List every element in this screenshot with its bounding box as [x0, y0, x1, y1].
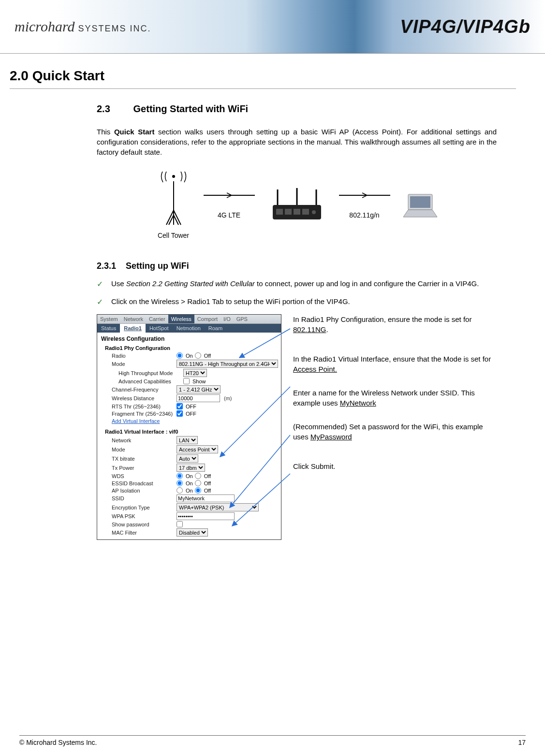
check-icon: ✓ — [97, 278, 105, 290]
brand-logo: microhard SYSTEMS INC. — [15, 18, 151, 35]
apiso-off[interactable] — [195, 487, 201, 494]
brand-suffix: SYSTEMS INC. — [74, 24, 151, 33]
radio-off[interactable] — [195, 352, 201, 359]
vif-title: Radio1 Virtual Interface : vif0 — [97, 427, 281, 436]
subnav-netmotion[interactable]: Netmotion — [173, 324, 205, 333]
row-chan: Channel-Frequency1 - 2.412 GHz — [97, 385, 281, 394]
ssid-input[interactable] — [177, 494, 235, 502]
footer-page-number: 17 — [518, 739, 526, 746]
row-mode: Mode802.11NG - High Throughput on 2.4GHz — [97, 359, 281, 368]
callout-password: (Recommended) Set a password for the WiF… — [293, 422, 497, 442]
svg-rect-6 — [294, 209, 300, 215]
nav-wireless[interactable]: Wireless — [168, 315, 194, 323]
add-virtual-interface-link[interactable]: Add Virtual Interface — [97, 417, 281, 427]
row-txb: TX bitrateAuto — [97, 454, 281, 463]
subnav-roam[interactable]: Roam — [205, 324, 226, 333]
laptop-icon — [401, 190, 440, 221]
section-heading: 2.3 Getting Started with WiFi — [97, 103, 497, 115]
router-icon — [265, 186, 328, 226]
svg-rect-14 — [410, 196, 430, 208]
svg-rect-4 — [276, 209, 283, 215]
step-1: ✓ Use Section 2.2 Getting Started with C… — [97, 278, 497, 290]
htm-select[interactable]: HT20 — [183, 369, 207, 377]
row-adv: Advanced CapabilitiesShow — [97, 378, 281, 385]
phy-config-title: Radio1 Phy Configuration — [97, 343, 281, 352]
subsection-heading: 2.3.1 Setting up WiFi — [97, 261, 497, 271]
callout-submit: Click Submit. — [293, 461, 497, 471]
network-select[interactable]: LAN — [177, 436, 198, 444]
cell-tower-label: Cell Tower — [158, 232, 189, 239]
vifmode-select[interactable]: Access Point — [177, 445, 218, 453]
callout-vif: In the Radio1 Virtual Interface, ensure … — [293, 354, 497, 374]
row-showpw: Show password — [97, 521, 281, 528]
nav-gps[interactable]: GPS — [234, 315, 250, 323]
nav-carrier[interactable]: Carrier — [146, 315, 168, 323]
callout-phy: In Radio1 Phy Configuration, ensure the … — [293, 314, 497, 334]
callout-ssid: Enter a name for the Wireless Network un… — [293, 388, 497, 408]
svg-point-1 — [173, 175, 175, 177]
svg-rect-7 — [302, 209, 309, 215]
subsection-number: 2.3.1 — [97, 261, 123, 271]
header-banner: microhard SYSTEMS INC. VIP4G/VIP4Gb — [0, 0, 545, 54]
row-rts: RTS Thr (256~2346)OFF — [97, 403, 281, 410]
row-ssid: SSID — [97, 494, 281, 503]
rts-check[interactable] — [177, 403, 183, 409]
row-network: NetworkLAN — [97, 436, 281, 445]
svg-point-11 — [312, 210, 316, 214]
mac-select[interactable]: Disabled — [177, 528, 208, 537]
page-title: 2.0 Quick Start — [10, 68, 516, 84]
title-separator — [10, 88, 516, 89]
page-footer: © Microhard Systems Inc. 17 — [0, 735, 545, 746]
svg-marker-15 — [403, 210, 437, 217]
sub-nav: Status Radio1 HotSpot Netmotion Roam — [97, 324, 281, 333]
row-txp: Tx Power17 dbm — [97, 463, 281, 472]
txb-select[interactable]: Auto — [177, 454, 198, 463]
row-frag: Fragment Thr (256~2346)OFF — [97, 410, 281, 417]
subnav-radio1[interactable]: Radio1 — [120, 324, 146, 333]
row-mac: MAC FilterDisabled — [97, 528, 281, 539]
showpw-check[interactable] — [177, 521, 183, 527]
psk-input[interactable] — [177, 512, 235, 520]
product-name: VIP4G/VIP4Gb — [400, 16, 530, 37]
wds-off[interactable] — [195, 473, 201, 479]
nav-comport[interactable]: Comport — [194, 315, 221, 323]
cell-tower-icon: Cell Tower — [154, 172, 193, 239]
essid-on[interactable] — [177, 480, 183, 486]
network-diagram: Cell Tower 4G LTE — [97, 172, 497, 239]
row-psk: WPA PSK — [97, 512, 281, 521]
frag-check[interactable] — [177, 410, 183, 417]
config-screenshot: System Network Carrier Wireless Comport … — [97, 314, 281, 540]
row-radio: RadioOn Off — [97, 352, 281, 359]
essid-off[interactable] — [195, 480, 201, 486]
intro-paragraph: This Quick Start section walks users thr… — [97, 127, 497, 157]
nav-system[interactable]: System — [97, 315, 121, 323]
wdist-input[interactable] — [177, 394, 220, 402]
wireless-config-title: Wireless Configuration — [97, 333, 281, 343]
nav-io[interactable]: I/O — [221, 315, 234, 323]
row-enc: Encryption TypeWPA+WPA2 (PSK) — [97, 503, 281, 512]
subnav-hotspot[interactable]: HotSpot — [146, 324, 173, 333]
wds-on[interactable] — [177, 473, 183, 479]
top-nav: System Network Carrier Wireless Comport … — [97, 315, 281, 324]
footer-copyright: © Microhard Systems Inc. — [19, 739, 97, 746]
section-number: 2.3 — [97, 103, 131, 115]
adv-check[interactable] — [183, 378, 190, 384]
subnav-status[interactable]: Status — [97, 324, 120, 333]
step-2: ✓ Click on the Wireless > Radio1 Tab to … — [97, 296, 497, 307]
link-4g: 4G LTE — [203, 192, 256, 219]
section-title: Getting Started with WiFi — [133, 103, 249, 114]
nav-network[interactable]: Network — [121, 315, 146, 323]
apiso-on[interactable] — [177, 487, 183, 494]
row-wdist: Wireless Distance(m) — [97, 394, 281, 403]
row-htm: High Throughput ModeHT20 — [97, 368, 281, 378]
mode-select[interactable]: 802.11NG - High Throughput on 2.4GHz — [177, 360, 278, 368]
chan-select[interactable]: 1 - 2.412 GHz — [177, 385, 221, 393]
svg-rect-5 — [285, 209, 292, 215]
radio-on[interactable] — [177, 352, 183, 359]
callout-column: In Radio1 Phy Configuration, ensure the … — [293, 314, 497, 540]
row-apiso: AP IsolationOn Off — [97, 487, 281, 494]
row-essid: ESSID BroadcastOn Off — [97, 480, 281, 487]
txp-select[interactable]: 17 dbm — [177, 464, 205, 472]
brand-name: microhard — [15, 18, 74, 34]
enc-select[interactable]: WPA+WPA2 (PSK) — [177, 503, 259, 511]
